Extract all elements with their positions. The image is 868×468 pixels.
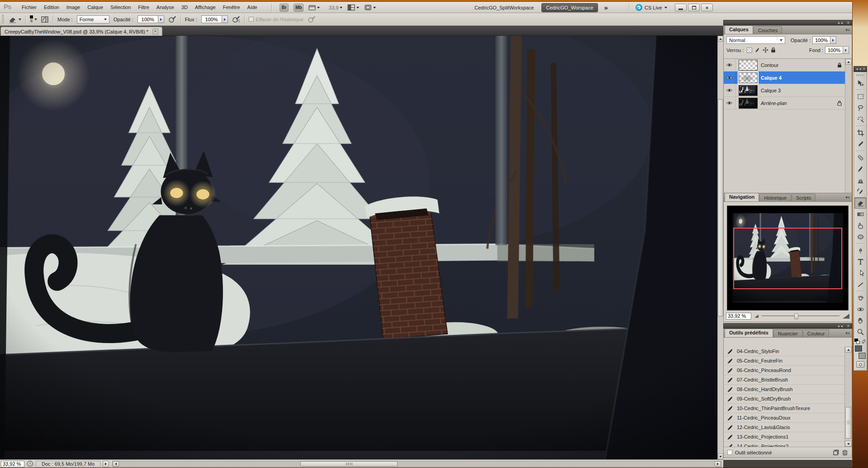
status-zoom-input[interactable]	[1, 461, 24, 467]
layer-thumbnail[interactable]	[739, 60, 758, 71]
dock-header[interactable]: ◄◄ ×	[723, 323, 852, 329]
opacity-spinner[interactable]	[158, 15, 164, 23]
tool-preset-picker[interactable]	[8, 16, 21, 23]
scroll-up-button[interactable]	[718, 36, 723, 42]
collapse-panels-icon[interactable]: ◄◄	[855, 67, 862, 71]
view-extras-button[interactable]	[308, 4, 320, 11]
menu-affichage[interactable]: Affichage	[191, 2, 219, 13]
navigator-zoom-slider[interactable]	[762, 313, 840, 319]
visibility-toggle[interactable]	[724, 59, 735, 71]
eraser-tool[interactable]	[854, 197, 866, 209]
clone-stamp-tool[interactable]	[854, 175, 866, 186]
document-close-button[interactable]: ×	[152, 29, 158, 34]
eyedropper-tool[interactable]	[854, 138, 866, 150]
status-options-button[interactable]	[103, 461, 109, 467]
blend-mode-dropdown[interactable]: Normal	[726, 36, 785, 44]
zoom-slider-thumb[interactable]	[794, 313, 798, 319]
background-color-swatch[interactable]	[859, 353, 866, 359]
layer-name[interactable]: Calque 3	[761, 88, 852, 93]
zoom-in-icon[interactable]	[843, 314, 849, 319]
layer-name[interactable]: Contour	[761, 62, 837, 68]
magic-wand-tool[interactable]	[854, 114, 866, 125]
layer-thumbnail[interactable]	[739, 72, 758, 83]
tab-calques[interactable]: Calques	[725, 25, 753, 34]
tool-preset-item[interactable]: 12-Cedric_Lavis&Glacis	[724, 423, 844, 432]
menu-image[interactable]: Image	[63, 2, 84, 13]
menu-analyse[interactable]: Analyse	[153, 2, 178, 13]
3d-object-rotate-tool[interactable]	[854, 292, 866, 304]
gradient-tool[interactable]	[854, 209, 866, 220]
visibility-toggle[interactable]	[724, 97, 735, 109]
close-panel-icon[interactable]: ×	[847, 21, 849, 24]
scroll-right-button[interactable]	[715, 461, 721, 467]
layer-name[interactable]: Calque 4	[761, 75, 852, 81]
crop-tool[interactable]	[854, 127, 866, 138]
collapse-panels-icon[interactable]: ◄◄	[837, 325, 843, 328]
smudge-tool[interactable]	[854, 220, 866, 231]
current-tool-only-checkbox[interactable]	[727, 450, 732, 455]
brush-tool[interactable]	[854, 163, 866, 175]
fill-spinner[interactable]	[843, 46, 849, 54]
toggle-brush-panel-button[interactable]	[41, 16, 49, 23]
tool-preset-item[interactable]: 09-Cedric_SoftDryBrush	[724, 394, 844, 404]
layer-row-calque4[interactable]: Calque 4	[724, 72, 852, 84]
history-brush-tool[interactable]	[854, 186, 866, 197]
scroll-left-button[interactable]	[113, 461, 119, 467]
move-tool[interactable]	[854, 77, 866, 89]
lock-pixels-button[interactable]	[754, 47, 760, 53]
tool-preset-item[interactable]: 06-Cedric_PinceauRond	[724, 366, 844, 375]
layer-name[interactable]: Arrière-plan	[761, 100, 837, 106]
tool-preset-item[interactable]: 04-Cedric_StyloFin	[724, 347, 844, 356]
dock-header[interactable]: ◄◄ ×	[723, 20, 852, 25]
workspace-active-button[interactable]: CedricGO_Worspace	[541, 3, 598, 12]
new-preset-icon[interactable]	[833, 449, 839, 455]
menu-calque[interactable]: Calque	[84, 2, 107, 13]
path-selection-tool[interactable]	[854, 267, 866, 279]
rotate-view-tool[interactable]	[854, 315, 866, 326]
vertical-scroll-thumb[interactable]	[718, 99, 723, 316]
restore-button[interactable]	[688, 4, 700, 11]
opacity-pressure-toggle[interactable]	[168, 15, 176, 23]
workspace-overflow-chevron[interactable]: »	[604, 4, 608, 11]
menu-3d[interactable]: 3D	[178, 2, 191, 13]
tools-panel-grip[interactable]	[856, 74, 864, 76]
layer-thumbnail[interactable]	[739, 98, 758, 109]
opacity-input[interactable]	[138, 15, 158, 23]
panel-menu-icon[interactable]: ▾≡	[845, 28, 850, 32]
zoom-tool[interactable]	[854, 326, 866, 338]
bridge-button[interactable]: Br	[280, 4, 289, 12]
menu-filtre[interactable]: Filtre	[134, 2, 152, 13]
default-colors-button[interactable]	[854, 339, 860, 344]
tab-navigation[interactable]: Navigation	[725, 193, 759, 201]
zoom-level-control[interactable]: 33,9	[325, 5, 342, 10]
mode-dropdown[interactable]: Forme	[77, 15, 109, 24]
visibility-toggle[interactable]	[724, 72, 735, 84]
tab-couleur[interactable]: Couleur	[803, 330, 830, 337]
scroll-down-button[interactable]	[845, 441, 852, 447]
layer-opacity-spinner[interactable]	[830, 36, 836, 44]
lock-all-button[interactable]	[771, 47, 776, 53]
visibility-toggle[interactable]	[724, 84, 735, 96]
scroll-down-button[interactable]	[718, 454, 723, 459]
panel-menu-icon[interactable]: ▾≡	[845, 195, 850, 200]
canvas-area[interactable]	[0, 36, 717, 459]
menu-fenetre[interactable]: Fenêtre	[219, 2, 244, 13]
dodge-tool[interactable]	[854, 231, 866, 243]
tab-nuancier[interactable]: Nuancier	[773, 330, 802, 337]
spot-healing-brush-tool[interactable]	[854, 152, 866, 163]
line-tool[interactable]	[854, 279, 866, 290]
minimize-button[interactable]	[675, 4, 687, 11]
zoom-out-icon[interactable]	[754, 315, 759, 318]
size-pressure-toggle[interactable]	[308, 15, 316, 23]
artwork-canvas[interactable]	[0, 36, 717, 459]
workspace-splitworkspace-button[interactable]: CedricGO_SplitWorkspace	[470, 4, 538, 12]
3d-camera-rotate-tool[interactable]	[854, 304, 866, 315]
tool-preset-item[interactable]: 05-Cedric_FeutreFin	[724, 356, 844, 366]
layer-row-calque3[interactable]: Calque 3	[724, 84, 852, 97]
layer-row-arriere-plan[interactable]: Arrière-plan	[724, 97, 852, 110]
menu-fichier[interactable]: Fichier	[18, 2, 40, 13]
airbrush-toggle[interactable]	[232, 15, 240, 23]
lock-position-button[interactable]	[763, 47, 768, 53]
tool-preset-item[interactable]: 10-Cedric_ThinPaintBrushTexure	[724, 404, 844, 413]
flow-input[interactable]	[201, 15, 222, 23]
